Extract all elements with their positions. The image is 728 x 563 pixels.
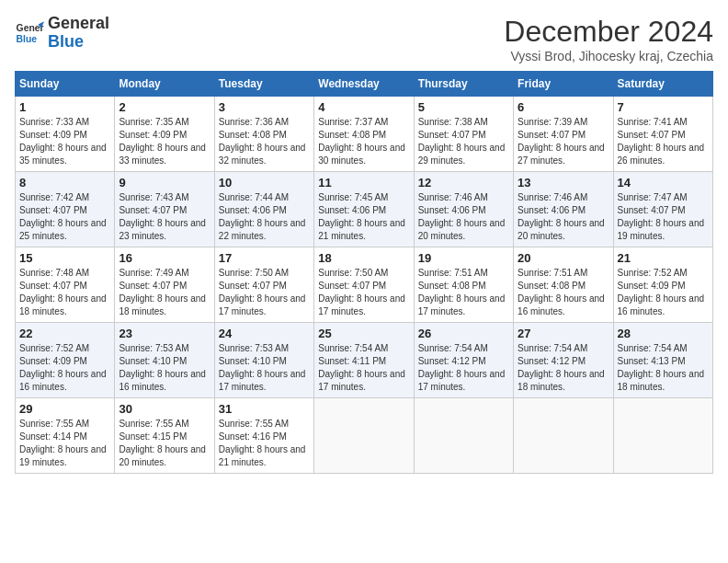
daylight-label: Daylight: 8 hours and 20 minutes.: [119, 444, 206, 467]
day-info: Sunrise: 7:54 AM Sunset: 4:11 PM Dayligh…: [318, 342, 409, 394]
day-info: Sunrise: 7:46 AM Sunset: 4:06 PM Dayligh…: [418, 191, 509, 243]
sunset-label: Sunset: 4:06 PM: [318, 205, 386, 215]
day-number: 5: [418, 100, 509, 114]
day-info: Sunrise: 7:54 AM Sunset: 4:12 PM Dayligh…: [518, 342, 609, 394]
day-number: 30: [119, 402, 210, 416]
daylight-label: Daylight: 8 hours and 17 minutes.: [318, 293, 405, 316]
calendar-cell: 30 Sunrise: 7:55 AM Sunset: 4:15 PM Dayl…: [115, 398, 214, 474]
sunrise-label: Sunrise: 7:45 AM: [318, 192, 388, 202]
day-info: Sunrise: 7:50 AM Sunset: 4:07 PM Dayligh…: [318, 267, 409, 318]
sunrise-label: Sunrise: 7:55 AM: [119, 419, 188, 429]
day-info: Sunrise: 7:47 AM Sunset: 4:07 PM Dayligh…: [618, 191, 709, 243]
day-number: 23: [119, 327, 210, 340]
day-info: Sunrise: 7:49 AM Sunset: 4:07 PM Dayligh…: [119, 267, 210, 318]
daylight-label: Daylight: 8 hours and 19 minutes.: [19, 444, 107, 467]
calendar-cell: 27 Sunrise: 7:54 AM Sunset: 4:12 PM Dayl…: [514, 323, 613, 398]
day-number: 15: [19, 251, 110, 265]
calendar-cell: 28 Sunrise: 7:54 AM Sunset: 4:13 PM Dayl…: [613, 323, 712, 398]
day-number: 21: [618, 251, 709, 265]
calendar-cell: 2 Sunrise: 7:35 AM Sunset: 4:09 PM Dayli…: [115, 97, 214, 172]
weekday-header: Saturday: [613, 72, 712, 97]
sunset-label: Sunset: 4:16 PM: [219, 431, 287, 442]
daylight-label: Daylight: 8 hours and 19 minutes.: [618, 218, 705, 241]
daylight-label: Daylight: 8 hours and 21 minutes.: [318, 218, 405, 241]
day-info: Sunrise: 7:50 AM Sunset: 4:07 PM Dayligh…: [219, 267, 310, 318]
day-number: 3: [219, 100, 310, 114]
day-info: Sunrise: 7:52 AM Sunset: 4:09 PM Dayligh…: [618, 267, 709, 318]
sunrise-label: Sunrise: 7:51 AM: [418, 268, 488, 278]
calendar-cell: 16 Sunrise: 7:49 AM Sunset: 4:07 PM Dayl…: [115, 247, 214, 323]
sunset-label: Sunset: 4:12 PM: [418, 356, 486, 366]
sunrise-label: Sunrise: 7:54 AM: [618, 343, 688, 353]
day-number: 2: [119, 100, 210, 114]
sunrise-label: Sunrise: 7:41 AM: [618, 117, 688, 127]
calendar-cell: 26 Sunrise: 7:54 AM Sunset: 4:12 PM Dayl…: [414, 323, 513, 398]
sunset-label: Sunset: 4:06 PM: [418, 205, 486, 215]
day-info: Sunrise: 7:36 AM Sunset: 4:08 PM Dayligh…: [219, 116, 310, 167]
sunset-label: Sunset: 4:07 PM: [618, 130, 686, 140]
calendar-cell: 19 Sunrise: 7:51 AM Sunset: 4:08 PM Dayl…: [414, 247, 513, 323]
daylight-label: Daylight: 8 hours and 26 minutes.: [618, 143, 705, 166]
day-number: 22: [19, 327, 110, 340]
sunrise-label: Sunrise: 7:55 AM: [19, 419, 89, 429]
daylight-label: Daylight: 8 hours and 18 minutes.: [518, 369, 605, 392]
sunrise-label: Sunrise: 7:42 AM: [19, 192, 89, 202]
sunset-label: Sunset: 4:07 PM: [119, 205, 187, 215]
day-number: 20: [518, 251, 609, 265]
day-number: 10: [219, 176, 310, 190]
calendar-cell: [613, 398, 712, 474]
weekday-header: Friday: [514, 72, 613, 97]
calendar-cell: 24 Sunrise: 7:53 AM Sunset: 4:10 PM Dayl…: [214, 323, 313, 398]
daylight-label: Daylight: 8 hours and 18 minutes.: [618, 369, 705, 392]
sunset-label: Sunset: 4:09 PM: [19, 356, 87, 366]
daylight-label: Daylight: 8 hours and 32 minutes.: [219, 143, 306, 166]
daylight-label: Daylight: 8 hours and 33 minutes.: [119, 143, 206, 166]
calendar-cell: 20 Sunrise: 7:51 AM Sunset: 4:08 PM Dayl…: [514, 247, 613, 323]
day-number: 1: [19, 100, 110, 114]
daylight-label: Daylight: 8 hours and 17 minutes.: [219, 293, 306, 316]
sunrise-label: Sunrise: 7:51 AM: [518, 268, 587, 278]
sunset-label: Sunset: 4:11 PM: [318, 356, 386, 366]
calendar-cell: 5 Sunrise: 7:38 AM Sunset: 4:07 PM Dayli…: [414, 97, 513, 172]
calendar-cell: 6 Sunrise: 7:39 AM Sunset: 4:07 PM Dayli…: [514, 97, 613, 172]
calendar-cell: 8 Sunrise: 7:42 AM Sunset: 4:07 PM Dayli…: [16, 172, 115, 247]
day-number: 25: [318, 327, 409, 340]
title-section: December 2024 Vyssi Brod, Jihocesky kraj…: [504, 15, 713, 63]
calendar-cell: 11 Sunrise: 7:45 AM Sunset: 4:06 PM Dayl…: [314, 172, 414, 247]
day-number: 4: [318, 100, 409, 114]
day-info: Sunrise: 7:55 AM Sunset: 4:14 PM Dayligh…: [19, 418, 110, 469]
sunrise-label: Sunrise: 7:33 AM: [19, 117, 89, 127]
sunrise-label: Sunrise: 7:47 AM: [618, 192, 688, 202]
calendar-cell: 7 Sunrise: 7:41 AM Sunset: 4:07 PM Dayli…: [613, 97, 712, 172]
sunrise-label: Sunrise: 7:38 AM: [418, 117, 488, 127]
sunset-label: Sunset: 4:07 PM: [19, 205, 87, 215]
sunset-label: Sunset: 4:10 PM: [219, 356, 287, 366]
day-info: Sunrise: 7:44 AM Sunset: 4:06 PM Dayligh…: [219, 191, 310, 243]
sunset-label: Sunset: 4:07 PM: [518, 130, 586, 140]
month-title: December 2024: [504, 15, 713, 49]
calendar-week-row: 15 Sunrise: 7:48 AM Sunset: 4:07 PM Dayl…: [16, 247, 713, 323]
day-info: Sunrise: 7:43 AM Sunset: 4:07 PM Dayligh…: [119, 191, 210, 243]
day-number: 17: [219, 251, 310, 265]
daylight-label: Daylight: 8 hours and 21 minutes.: [219, 444, 306, 467]
calendar-week-row: 22 Sunrise: 7:52 AM Sunset: 4:09 PM Dayl…: [16, 323, 713, 398]
calendar-cell: [514, 398, 613, 474]
sunrise-label: Sunrise: 7:54 AM: [318, 343, 388, 353]
day-number: 6: [518, 100, 609, 114]
day-info: Sunrise: 7:54 AM Sunset: 4:13 PM Dayligh…: [618, 342, 709, 394]
daylight-label: Daylight: 8 hours and 35 minutes.: [19, 143, 107, 166]
location: Vyssi Brod, Jihocesky kraj, Czechia: [504, 49, 713, 63]
sunset-label: Sunset: 4:08 PM: [418, 281, 486, 291]
calendar-cell: 10 Sunrise: 7:44 AM Sunset: 4:06 PM Dayl…: [214, 172, 313, 247]
calendar-week-row: 29 Sunrise: 7:55 AM Sunset: 4:14 PM Dayl…: [16, 398, 713, 474]
sunset-label: Sunset: 4:06 PM: [518, 205, 586, 215]
day-info: Sunrise: 7:38 AM Sunset: 4:07 PM Dayligh…: [418, 116, 509, 167]
weekday-header: Thursday: [414, 72, 513, 97]
calendar-cell: 14 Sunrise: 7:47 AM Sunset: 4:07 PM Dayl…: [613, 172, 712, 247]
sunrise-label: Sunrise: 7:43 AM: [119, 192, 188, 202]
calendar-cell: 13 Sunrise: 7:46 AM Sunset: 4:06 PM Dayl…: [514, 172, 613, 247]
sunrise-label: Sunrise: 7:37 AM: [318, 117, 388, 127]
day-info: Sunrise: 7:33 AM Sunset: 4:09 PM Dayligh…: [19, 116, 110, 167]
calendar-header: SundayMondayTuesdayWednesdayThursdayFrid…: [16, 72, 713, 97]
sunrise-label: Sunrise: 7:36 AM: [219, 117, 289, 127]
